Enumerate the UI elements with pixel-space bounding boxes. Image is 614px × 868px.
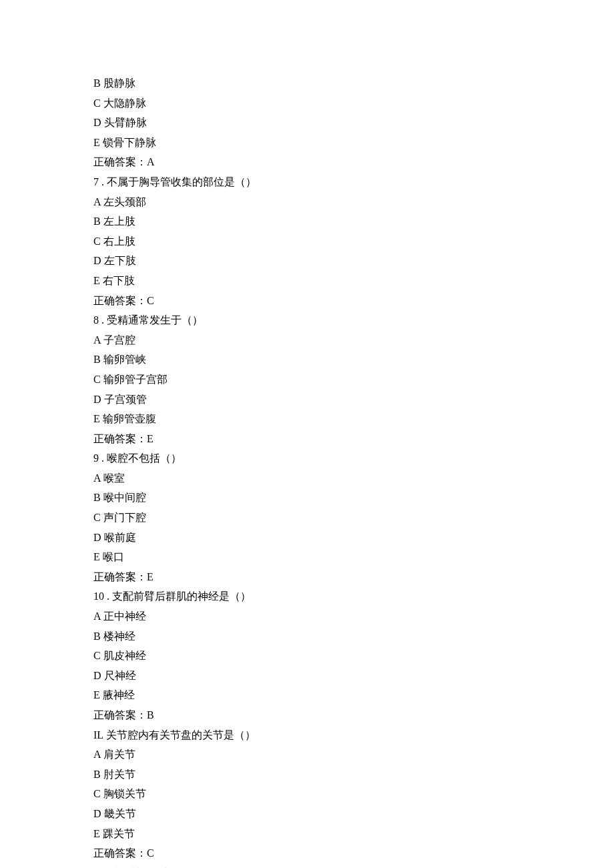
- text-line: E 踝关节: [93, 824, 614, 844]
- text-line: D 喉前庭: [93, 528, 614, 548]
- text-line: 正确答案：C: [93, 843, 614, 863]
- text-line: 8 . 受精通常发生于（）: [93, 310, 614, 330]
- text-line: 正确答案：E: [93, 567, 614, 587]
- text-line: C 输卵管子宫部: [93, 370, 614, 390]
- text-line: D 子宫颈管: [93, 390, 614, 410]
- text-line: C 大隐静脉: [93, 93, 614, 113]
- text-line: C 胸锁关节: [93, 784, 614, 804]
- text-line: B 股静脉: [93, 73, 614, 93]
- text-line: D 畿关节: [93, 804, 614, 824]
- text-line: 正确答案：B: [93, 705, 614, 725]
- text-line: 正确答案：E: [93, 429, 614, 449]
- text-line: C 右上肢: [93, 232, 614, 252]
- text-line: D 尺神经: [93, 666, 614, 686]
- text-line: A 肩关节: [93, 745, 614, 765]
- text-line: 正确答案：A: [93, 152, 614, 172]
- text-line: 正确答案：C: [93, 291, 614, 311]
- text-line: E 右下肢: [93, 271, 614, 291]
- text-line: B 楼神经: [93, 626, 614, 646]
- text-line: 12 .椎前神经节部不包括（）: [93, 863, 614, 868]
- text-line: E 腋神经: [93, 685, 614, 705]
- text-line: E 输卵管壶腹: [93, 409, 614, 429]
- text-line: E 锁骨下静脉: [93, 133, 614, 153]
- text-line: D 头臂静脉: [93, 113, 614, 133]
- text-line: IL 关节腔内有关节盘的关节是（）: [93, 725, 614, 745]
- text-line: D 左下肢: [93, 251, 614, 271]
- text-line: A 左头颈部: [93, 192, 614, 212]
- text-line: A 子宫腔: [93, 330, 614, 350]
- text-line: 7 . 不属于胸导管收集的部位是（）: [93, 172, 614, 192]
- text-line: B 输卵管峡: [93, 350, 614, 370]
- text-line: A 喉室: [93, 468, 614, 488]
- text-line: A 正中神经: [93, 606, 614, 626]
- text-line: 9 . 喉腔不包括（）: [93, 448, 614, 468]
- text-line: B 左上肢: [93, 211, 614, 232]
- text-line: 10 . 支配前臂后群肌的神经是（）: [93, 586, 614, 606]
- text-line: C 声门下腔: [93, 508, 614, 528]
- text-line: B 肘关节: [93, 765, 614, 785]
- text-line: B 喉中间腔: [93, 488, 614, 508]
- text-line: E 喉口: [93, 547, 614, 567]
- text-line: C 肌皮神经: [93, 646, 614, 666]
